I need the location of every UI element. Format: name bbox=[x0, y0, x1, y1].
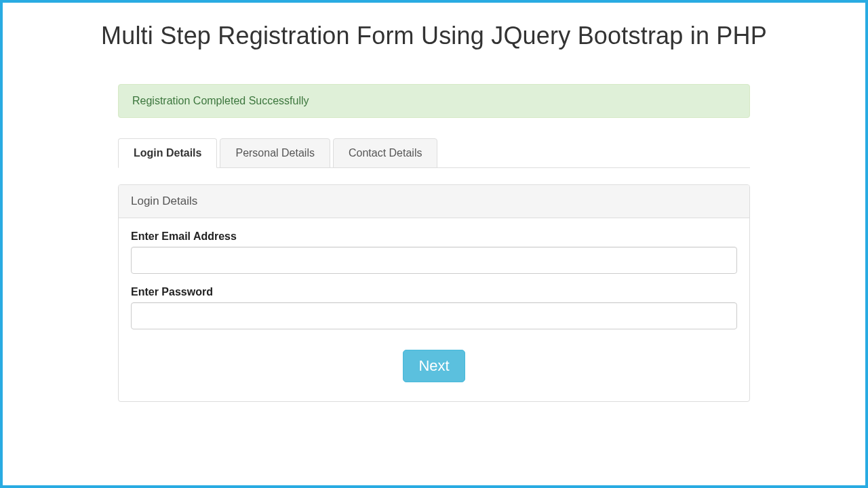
step-tabs: Login Details Personal Details Contact D… bbox=[118, 138, 750, 168]
next-button[interactable]: Next bbox=[403, 350, 465, 382]
tab-personal-details-label[interactable]: Personal Details bbox=[220, 138, 330, 168]
alert-success: Registration Completed Successfully bbox=[118, 84, 750, 118]
tab-contact-details-label[interactable]: Contact Details bbox=[333, 138, 438, 168]
form-group-password: Enter Password bbox=[131, 286, 737, 329]
panel-body: Enter Email Address Enter Password Next bbox=[119, 218, 749, 401]
password-input[interactable] bbox=[131, 302, 737, 329]
tab-contact-details[interactable]: Contact Details bbox=[333, 138, 438, 168]
alert-message: Registration Completed Successfully bbox=[132, 95, 309, 106]
tab-personal-details[interactable]: Personal Details bbox=[220, 138, 330, 168]
password-label: Enter Password bbox=[131, 286, 737, 298]
page-title: Multi Step Registration Form Using JQuer… bbox=[98, 22, 770, 50]
page-frame: Multi Step Registration Form Using JQuer… bbox=[0, 0, 868, 488]
form-group-email: Enter Email Address bbox=[131, 230, 737, 274]
tab-login-details-label[interactable]: Login Details bbox=[118, 138, 217, 168]
tab-login-details[interactable]: Login Details bbox=[118, 138, 217, 168]
content-wrap: Registration Completed Successfully Logi… bbox=[98, 84, 770, 402]
email-input[interactable] bbox=[131, 247, 737, 274]
form-panel: Login Details Enter Email Address Enter … bbox=[118, 184, 750, 402]
next-button-wrap: Next bbox=[131, 350, 737, 382]
email-label: Enter Email Address bbox=[131, 230, 737, 243]
panel-heading: Login Details bbox=[119, 185, 749, 218]
